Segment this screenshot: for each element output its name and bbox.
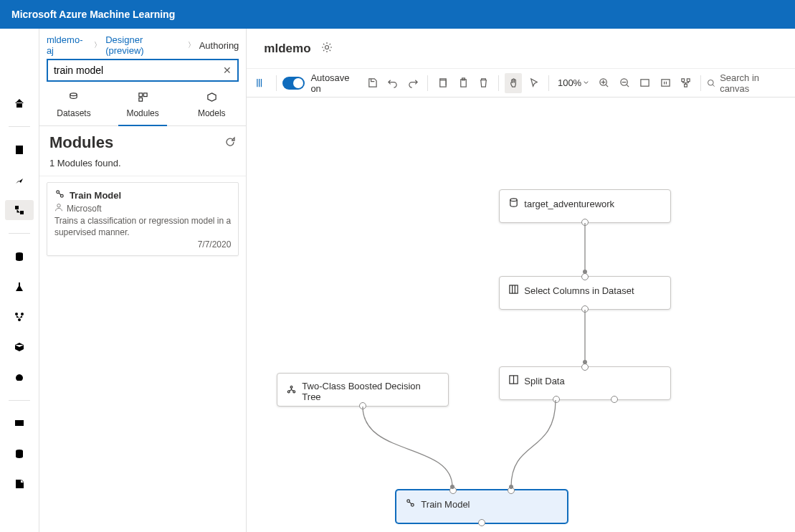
svg-rect-22: [641, 80, 649, 86]
tab-models[interactable]: Models: [177, 89, 246, 125]
models-icon: [177, 92, 246, 108]
nav-models-icon[interactable]: [5, 337, 34, 357]
left-panel: mldemo-aj 〉 Designer (preview) 〉 Authori…: [39, 29, 247, 532]
asset-tabs: Datasets Modules Models: [39, 89, 246, 126]
nav-pipelines-icon[interactable]: [5, 307, 34, 327]
refresh-icon[interactable]: [224, 136, 236, 150]
nav-labeling-icon[interactable]: [5, 474, 34, 494]
module-search-box[interactable]: ✕: [47, 59, 239, 82]
input-port[interactable]: [581, 273, 589, 280]
nav-notebook-icon[interactable]: [5, 140, 34, 160]
chevron-right-icon: 〉: [188, 40, 195, 50]
app-title: Microsoft Azure Machine Learning: [11, 9, 175, 20]
nav-experiments-icon[interactable]: [5, 277, 34, 297]
output-port[interactable]: [359, 402, 366, 409]
breadcrumb-workspace[interactable]: mldemo-aj: [47, 34, 90, 56]
svg-rect-10: [139, 93, 143, 97]
node-target-adventurework[interactable]: target_adventurework: [499, 189, 671, 223]
clear-search-icon[interactable]: ✕: [223, 65, 232, 76]
overview-icon[interactable]: [252, 73, 270, 93]
svg-point-13: [57, 191, 59, 194]
modules-heading: Modules: [49, 133, 113, 152]
undo-icon[interactable]: [384, 73, 401, 93]
copy-icon[interactable]: [434, 73, 452, 93]
svg-rect-17: [440, 80, 446, 87]
nav-automl-icon[interactable]: [5, 170, 34, 190]
input-port[interactable]: [581, 364, 589, 371]
person-icon: [54, 203, 63, 214]
svg-point-27: [708, 80, 713, 85]
input-port-2[interactable]: [508, 487, 515, 494]
tab-modules[interactable]: Modules: [108, 89, 177, 125]
app-header: Microsoft Azure Machine Learning: [0, 0, 795, 29]
svg-point-9: [70, 93, 77, 96]
pipeline-title: mldemo: [264, 42, 310, 56]
chevron-right-icon: 〉: [94, 40, 101, 50]
svg-point-31: [290, 386, 292, 388]
svg-point-6: [18, 318, 21, 321]
actual-size-icon[interactable]: [657, 73, 675, 93]
main-area: mldemo Autosave on 100%: [247, 29, 795, 532]
fit-screen-icon[interactable]: [636, 73, 654, 93]
nav-home-icon[interactable]: [5, 93, 34, 113]
zoom-in-icon[interactable]: [595, 73, 613, 93]
breadcrumb-section[interactable]: Designer (preview): [105, 34, 183, 56]
pipeline-canvas[interactable]: target_adventurework Select Columns in D…: [247, 98, 795, 532]
nav-datasets-icon[interactable]: [5, 247, 34, 267]
input-port-1[interactable]: [449, 487, 457, 494]
svg-point-5: [21, 313, 24, 315]
node-split-data[interactable]: Split Data: [499, 366, 671, 400]
module-search-input[interactable]: [54, 60, 223, 80]
autolayout-icon[interactable]: [677, 73, 695, 93]
edge: [505, 400, 562, 493]
save-icon[interactable]: [363, 73, 381, 93]
module-date: 7/7/2020: [54, 239, 231, 250]
svg-point-15: [57, 204, 61, 208]
nav-datastores-icon[interactable]: [5, 444, 34, 464]
output-port[interactable]: [478, 519, 485, 526]
autosave-label: Autosave on: [310, 72, 356, 94]
svg-point-28: [510, 199, 517, 201]
train-model-icon: [405, 498, 416, 510]
nav-new-icon[interactable]: [5, 63, 34, 83]
datasets-icon: [39, 92, 108, 108]
node-train-model[interactable]: Train Model: [396, 490, 568, 523]
node-select-columns[interactable]: Select Columns in Dataset: [499, 276, 671, 310]
search-canvas[interactable]: Search in canvas: [707, 72, 789, 94]
svg-rect-26: [685, 84, 687, 87]
output-port-1[interactable]: [553, 396, 560, 403]
output-port[interactable]: [581, 219, 589, 226]
breadcrumb: mldemo-aj 〉 Designer (preview) 〉 Authori…: [39, 29, 246, 57]
autosave-toggle[interactable]: [282, 77, 305, 90]
output-port-2[interactable]: [611, 396, 618, 403]
pointer-tool-icon[interactable]: [525, 73, 543, 93]
delete-icon[interactable]: [475, 73, 492, 93]
nav-collapse-icon[interactable]: [5, 33, 34, 53]
select-columns-icon: [508, 284, 519, 297]
redo-icon[interactable]: [404, 73, 422, 93]
svg-point-34: [407, 500, 410, 503]
split-data-icon: [508, 374, 519, 387]
nav-designer-icon[interactable]: [5, 200, 34, 220]
node-two-class-boosted[interactable]: Two-Class Boosted Decision Tree: [277, 373, 449, 407]
module-card-train-model[interactable]: Train Model Microsoft Trains a classific…: [47, 182, 239, 256]
svg-point-16: [325, 46, 328, 49]
output-port[interactable]: [581, 305, 589, 313]
nav-endpoints-icon[interactable]: [5, 367, 34, 387]
settings-gear-icon[interactable]: [321, 42, 333, 55]
svg-point-14: [60, 194, 63, 197]
svg-rect-7: [15, 420, 24, 426]
pan-tool-icon[interactable]: [505, 73, 523, 93]
tab-datasets[interactable]: Datasets: [39, 89, 108, 125]
paste-icon[interactable]: [454, 73, 472, 93]
svg-rect-25: [687, 79, 690, 82]
edge: [581, 223, 589, 277]
svg-rect-11: [143, 93, 147, 97]
edge: [581, 310, 589, 368]
train-model-icon: [54, 189, 65, 201]
nav-compute-icon[interactable]: [5, 414, 34, 434]
modules-found-count: 1 Modules found.: [39, 153, 246, 176]
search-icon: [707, 78, 715, 88]
zoom-level[interactable]: 100%: [555, 77, 592, 88]
zoom-out-icon[interactable]: [616, 73, 634, 93]
